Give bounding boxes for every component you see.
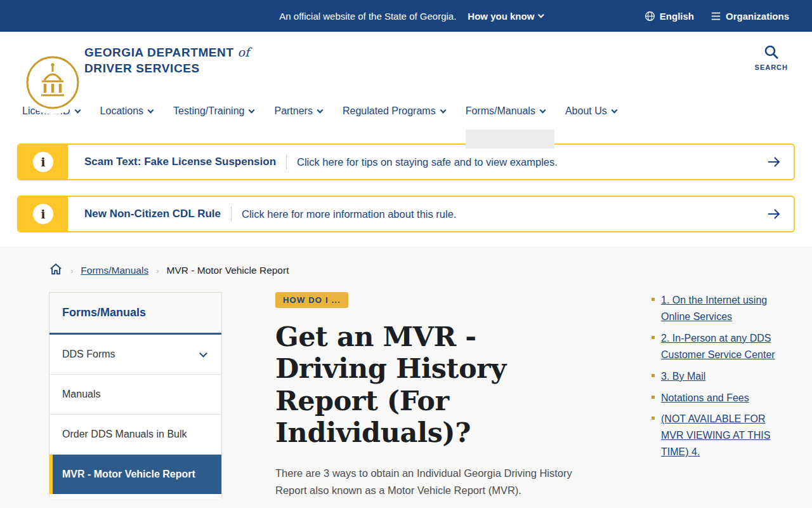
breadcrumb-current: MVR - Motor Vehicle Report <box>167 265 289 276</box>
sidebar-item-dds-forms[interactable]: DDS Forms <box>49 335 221 375</box>
agency-title: GEORGIA DEPARTMENT of DRIVER SERVICES <box>84 44 249 76</box>
toc-item: (NOT AVAILABLE FOR MVR VIEWING AT THIS T… <box>652 411 778 460</box>
nav-item-regulated-programs[interactable]: Regulated Programs <box>343 93 445 130</box>
how-you-know-button[interactable]: How you know <box>468 11 543 22</box>
nav-label: Partners <box>274 105 312 117</box>
alert-divider <box>286 154 287 170</box>
toc-link-in-person[interactable]: 2. In-Person at any DDS Customer Service… <box>661 333 775 360</box>
sidebar-item-label: DDS Forms <box>62 349 115 360</box>
search-label: SEARCH <box>755 64 788 71</box>
nav-item-forms-manuals[interactable]: Forms/Manuals <box>466 93 545 130</box>
toc-link-not-available[interactable]: (NOT AVAILABLE FOR MVR VIEWING AT THIS T… <box>661 413 770 457</box>
chevron-down-icon <box>539 107 546 113</box>
nav-item-partners[interactable]: Partners <box>274 93 322 130</box>
sidebar-item-label: MVR - Motor Vehicle Report <box>62 469 195 480</box>
alert-flag: i <box>18 145 68 179</box>
organizations-button[interactable]: Organizations <box>710 11 789 22</box>
alert-scam-text[interactable]: i Scam Text: Fake License Suspension Cli… <box>17 144 795 180</box>
how-do-i-badge: HOW DO I ... <box>275 292 348 308</box>
alert-title: New Non-Citizen CDL Rule <box>84 208 221 220</box>
agency-line1: GEORGIA DEPARTMENT <box>84 46 234 59</box>
breadcrumb-separator: › <box>156 266 159 276</box>
chevron-down-icon <box>440 107 446 113</box>
nav-label: About Us <box>565 105 607 117</box>
alert-banners: i Scam Text: Fake License Suspension Cli… <box>0 130 812 246</box>
toc-item: 1. On the Internet using Online Services <box>652 292 778 325</box>
alert-divider <box>231 206 232 222</box>
topbar-utilities: English Organizations <box>645 11 789 22</box>
sidebar-item-label: Order DDS Manuals in Bulk <box>62 429 187 440</box>
info-icon: i <box>33 204 53 224</box>
nav-item-testing-training[interactable]: Testing/Training <box>173 93 254 130</box>
page-columns: Forms/Manuals DDS Forms Manuals Order DD… <box>0 292 812 498</box>
toc-list: 1. On the Internet using Online Services… <box>652 292 778 460</box>
nav-label: Regulated Programs <box>343 105 436 117</box>
site-header: GEORGIA DEPARTMENT of DRIVER SERVICES SE… <box>0 32 812 93</box>
arrow-right-icon[interactable] <box>767 145 794 179</box>
alert-cdl-rule[interactable]: i New Non-Citizen CDL Rule Click here fo… <box>17 196 795 232</box>
nav-label: Testing/Training <box>173 105 244 117</box>
intro-paragraph: There are 3 ways to obtain an Individual… <box>275 465 596 498</box>
globe-icon <box>645 11 655 22</box>
chevron-down-icon <box>317 107 323 113</box>
breadcrumb-link-forms-manuals[interactable]: Forms/Manuals <box>81 265 148 276</box>
sidebar-item-order-dds-manuals[interactable]: Order DDS Manuals in Bulk <box>49 415 221 455</box>
alert-body: New Non-Citizen CDL Rule Click here for … <box>68 197 767 231</box>
page: An official website of the State of Geor… <box>0 0 812 508</box>
search-icon <box>764 51 779 62</box>
breadcrumb: › Forms/Manuals › MVR - Motor Vehicle Re… <box>49 263 812 278</box>
language-label: English <box>660 11 694 22</box>
home-icon[interactable] <box>49 263 63 278</box>
search-button[interactable]: SEARCH <box>755 44 788 71</box>
organizations-label: Organizations <box>726 11 789 22</box>
list-icon <box>710 11 721 21</box>
toc-item: Notations and Fees <box>652 390 778 406</box>
chevron-down-icon <box>148 107 154 113</box>
breadcrumb-separator: › <box>70 266 73 276</box>
language-button[interactable]: English <box>645 11 694 22</box>
nav-item-locations[interactable]: Locations <box>100 93 154 130</box>
section-menu: Forms/Manuals DDS Forms Manuals Order DD… <box>49 292 222 498</box>
toc-link-internet[interactable]: 1. On the Internet using Online Services <box>661 295 767 322</box>
arrow-right-icon[interactable] <box>767 197 794 231</box>
primary-nav: License/ID Locations Testing/Training Pa… <box>0 93 812 130</box>
chevron-down-icon <box>249 107 255 113</box>
toc-item: 2. In-Person at any DDS Customer Service… <box>652 330 778 363</box>
chevron-down-icon <box>199 349 207 358</box>
nav-label: Locations <box>100 105 144 117</box>
content-region: › Forms/Manuals › MVR - Motor Vehicle Re… <box>0 246 812 508</box>
alert-title: Scam Text: Fake License Suspension <box>84 156 276 168</box>
sidebar-item-label: Manuals <box>62 389 100 400</box>
toc-link-notations-fees[interactable]: Notations and Fees <box>661 392 749 403</box>
sidebar-item-manuals[interactable]: Manuals <box>49 375 221 415</box>
toc-item: 3. By Mail <box>652 368 778 385</box>
chevron-down-icon <box>611 107 617 113</box>
alert-link[interactable]: Click here for more information about th… <box>242 208 456 220</box>
nav-item-about-us[interactable]: About Us <box>565 93 617 130</box>
agency-of: of <box>238 45 249 59</box>
official-site-text: An official website of the State of Geor… <box>279 11 456 22</box>
nav-label: Forms/Manuals <box>466 105 535 117</box>
alert-link[interactable]: Click here for tips on staying safe and … <box>297 156 558 168</box>
alert-body: Scam Text: Fake License Suspension Click… <box>68 145 767 179</box>
how-you-know-label: How you know <box>468 11 534 22</box>
toc-link-by-mail[interactable]: 3. By Mail <box>661 371 705 382</box>
official-site-notice: An official website of the State of Geor… <box>279 11 543 22</box>
info-icon: i <box>33 152 53 172</box>
agency-line2: DRIVER SERVICES <box>84 60 249 76</box>
page-title: Get an MVR - Driving History Report (For… <box>275 321 596 448</box>
chevron-down-icon <box>538 11 544 18</box>
sidebar-item-mvr[interactable]: MVR - Motor Vehicle Report <box>49 455 221 494</box>
agency-logo[interactable] <box>21 51 84 114</box>
government-topbar: An official website of the State of Geor… <box>0 0 812 32</box>
section-menu-title: Forms/Manuals <box>49 293 221 335</box>
alert-flag: i <box>18 197 68 231</box>
article: HOW DO I ... Get an MVR - Driving Histor… <box>275 292 596 498</box>
on-page-links: 1. On the Internet using Online Services… <box>652 292 778 498</box>
